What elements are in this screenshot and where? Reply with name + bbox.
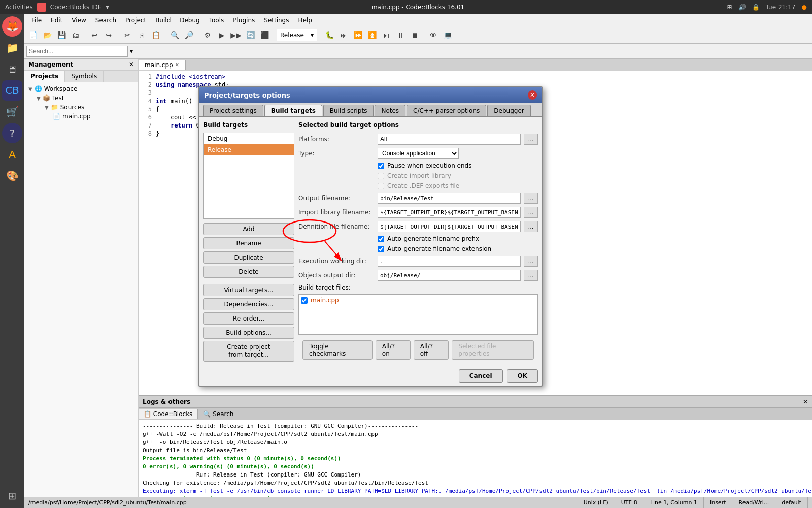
tab-build-targets[interactable]: Build targets xyxy=(264,105,322,116)
run-btn[interactable]: ▶ xyxy=(215,28,228,42)
paste-btn[interactable]: 📋 xyxy=(149,28,162,42)
def-file-input[interactable] xyxy=(378,221,521,232)
sources-item[interactable]: ▼ 📁 Sources xyxy=(43,103,136,112)
logs-tab-codeblocks[interactable]: 📋 Code::Blocks xyxy=(139,409,198,419)
terminal-icon[interactable]: 🖥 xyxy=(2,59,22,79)
editor-tab-close-icon[interactable]: ✕ xyxy=(175,62,179,68)
import-library-checkbox[interactable] xyxy=(378,173,384,179)
help-icon[interactable]: ? xyxy=(2,123,22,143)
exec-working-browse-btn[interactable]: … xyxy=(524,256,538,267)
cut-btn[interactable]: ✂ xyxy=(121,28,134,42)
open-btn[interactable]: 📂 xyxy=(41,28,54,42)
tab-debugger[interactable]: Debugger xyxy=(487,105,530,116)
build-run-btn[interactable]: ▶▶ xyxy=(229,28,243,42)
save-all-btn[interactable]: 🗂 xyxy=(69,28,82,42)
close-management-icon[interactable]: ✕ xyxy=(129,61,134,68)
reorder-btn[interactable]: Re-order... xyxy=(203,312,294,325)
debug-pause-btn[interactable]: ⏸ xyxy=(394,28,407,42)
file-checkbox-main[interactable] xyxy=(301,297,308,304)
menu-file[interactable]: File xyxy=(27,16,46,25)
logs-tab-search[interactable]: 🔍 Search xyxy=(198,409,239,419)
project-targets-dialog[interactable]: Project/targets options ✕ Project settin… xyxy=(198,86,543,387)
build-target-dropdown[interactable]: Release ▾ xyxy=(277,29,317,41)
build-btn[interactable]: ⚙ xyxy=(201,28,214,42)
dropdown-arrow-icon[interactable]: ▾ xyxy=(106,4,109,11)
debug-stop-btn[interactable]: ⏹ xyxy=(408,28,421,42)
debug-btn[interactable]: 🐛 xyxy=(323,28,336,42)
platforms-input[interactable] xyxy=(378,134,521,145)
debug-run-cursor[interactable]: ⏯ xyxy=(380,28,393,42)
import-lib-browse-btn[interactable]: … xyxy=(524,207,538,218)
def-exports-checkbox[interactable] xyxy=(378,183,384,189)
cancel-btn[interactable]: Cancel xyxy=(459,369,503,383)
copy-btn[interactable]: ⎘ xyxy=(135,28,148,42)
rename-btn[interactable]: Rename xyxy=(203,237,294,249)
objects-output-input[interactable] xyxy=(378,270,521,281)
create-project-btn[interactable]: Create project from target... xyxy=(203,341,294,362)
toggle-checkmarks-btn[interactable]: Toggle checkmarks xyxy=(302,340,373,360)
tab-cpp-parser[interactable]: C/C++ parser options xyxy=(407,105,486,116)
new-btn[interactable]: 📄 xyxy=(26,28,40,42)
menu-settings[interactable]: Settings xyxy=(260,16,293,25)
objects-output-browse-btn[interactable]: … xyxy=(524,270,538,281)
all-off-btn[interactable]: All/? off xyxy=(414,340,449,360)
virtual-targets-btn[interactable]: Virtual targets... xyxy=(203,284,294,296)
tab-symbols[interactable]: Symbols xyxy=(65,71,104,82)
build-targets-list[interactable]: Debug Release xyxy=(203,133,294,219)
debug-out-btn[interactable]: ⏫ xyxy=(365,28,379,42)
platforms-browse-btn[interactable]: … xyxy=(524,134,538,145)
search-input[interactable] xyxy=(26,46,128,57)
add-btn[interactable]: Add xyxy=(203,223,294,235)
menu-help[interactable]: Help xyxy=(294,16,316,25)
save-btn[interactable]: 💾 xyxy=(55,28,68,42)
all-on-btn[interactable]: All/? on xyxy=(376,340,411,360)
delete-btn[interactable]: Delete xyxy=(203,266,294,278)
tab-build-scripts[interactable]: Build scripts xyxy=(323,105,374,116)
auto-prefix-checkbox[interactable] xyxy=(378,236,384,242)
exec-working-input[interactable] xyxy=(378,256,521,267)
tab-project-settings[interactable]: Project settings xyxy=(203,105,263,116)
dialog-close-btn[interactable]: ✕ xyxy=(528,90,537,100)
amazon-icon[interactable]: A xyxy=(2,144,22,165)
tab-notes[interactable]: Notes xyxy=(375,105,405,116)
menu-debug[interactable]: Debug xyxy=(176,16,204,25)
menu-tools[interactable]: Tools xyxy=(205,16,228,25)
menu-build[interactable]: Build xyxy=(151,16,175,25)
debug-next-btn[interactable]: ⏭ xyxy=(337,28,350,42)
stop-btn[interactable]: ⬛ xyxy=(258,28,271,42)
cpu-btn[interactable]: 💻 xyxy=(441,28,454,42)
pause-checkbox[interactable] xyxy=(378,163,384,169)
selected-file-props-btn[interactable]: Selected file properties xyxy=(452,340,534,360)
paint-icon[interactable]: 🎨 xyxy=(2,166,22,186)
logs-close-icon[interactable]: ✕ xyxy=(803,398,808,405)
tab-projects[interactable]: Projects xyxy=(24,71,65,82)
menu-edit[interactable]: Edit xyxy=(47,16,66,25)
workspace-item[interactable]: ▼ 🌐 Workspace xyxy=(26,84,136,93)
rebuild-btn[interactable]: 🔄 xyxy=(244,28,257,42)
grid-icon[interactable]: ⊞ xyxy=(2,486,22,506)
type-select[interactable]: Console application xyxy=(378,148,459,159)
zoom-in-btn[interactable]: 🔍 xyxy=(168,28,181,42)
def-file-browse-btn[interactable]: … xyxy=(524,221,538,232)
main-cpp-file[interactable]: 📄 main.cpp xyxy=(51,112,136,121)
appstore-icon[interactable]: 🛒 xyxy=(2,102,22,122)
output-filename-input[interactable] xyxy=(378,193,521,204)
ok-btn[interactable]: OK xyxy=(507,369,538,383)
output-filename-browse-btn[interactable]: … xyxy=(524,193,538,204)
build-options-btn[interactable]: Build options... xyxy=(203,327,294,339)
menu-plugins[interactable]: Plugins xyxy=(229,16,259,25)
duplicate-btn[interactable]: Duplicate xyxy=(203,251,294,264)
editor-tab-main[interactable]: main.cpp ✕ xyxy=(139,60,186,70)
auto-ext-checkbox[interactable] xyxy=(378,246,384,252)
menu-search[interactable]: Search xyxy=(91,16,120,25)
debug-step-btn[interactable]: ⏩ xyxy=(351,28,364,42)
codeblocks-icon[interactable]: CB xyxy=(2,80,22,101)
menu-project[interactable]: Project xyxy=(121,16,150,25)
dependencies-btn[interactable]: Dependencies... xyxy=(203,298,294,310)
import-lib-input[interactable] xyxy=(378,207,521,218)
files-icon[interactable]: 📁 xyxy=(2,38,22,58)
redo-btn[interactable]: ↪ xyxy=(102,28,115,42)
watches-btn[interactable]: 👁 xyxy=(427,28,440,42)
target-debug[interactable]: Debug xyxy=(204,133,294,144)
zoom-out-btn[interactable]: 🔎 xyxy=(182,28,195,42)
